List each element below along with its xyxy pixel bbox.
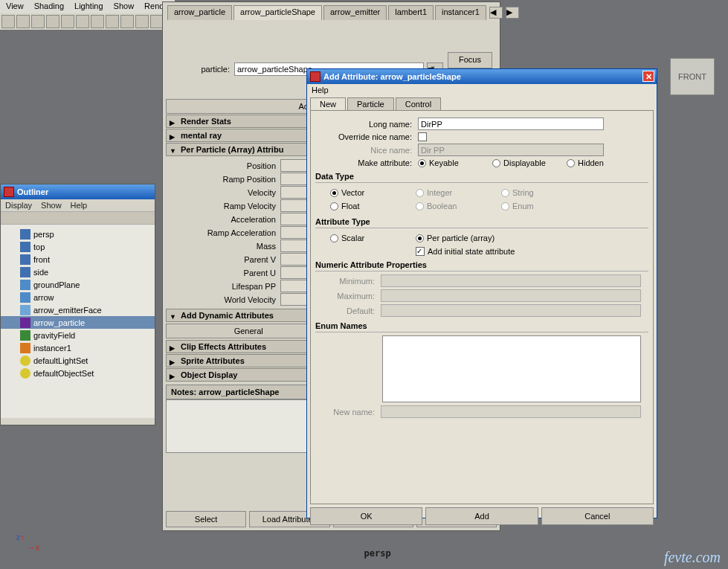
node-icon <box>20 356 30 366</box>
tool-btn[interactable] <box>1 15 15 28</box>
tab-new[interactable]: New <box>310 97 346 110</box>
outliner-item[interactable]: persp <box>1 228 155 240</box>
cancel-button[interactable]: Cancel <box>541 507 654 525</box>
attr-label: Acceleration <box>166 215 276 224</box>
focus-button[interactable]: Focus <box>448 52 492 68</box>
scalar-radio[interactable] <box>330 234 338 242</box>
tab-instancer1[interactable]: instancer1 <box>435 5 486 20</box>
nice-name-label: Nice name: <box>315 146 412 155</box>
chevron-down-icon <box>170 312 178 320</box>
attr-label: Position <box>166 161 276 170</box>
data-type-radio <box>501 202 509 210</box>
outliner-tree[interactable]: persptopfrontsidegroundPlanearrowarrow_e… <box>1 225 155 418</box>
menu-display[interactable]: Display <box>5 201 32 210</box>
long-name-input[interactable] <box>418 118 604 130</box>
chevron-right-icon <box>170 343 178 351</box>
node-icon <box>20 330 30 341</box>
menu-show[interactable]: Show <box>41 201 62 210</box>
outliner-toolbar <box>1 211 155 225</box>
chevron-right-icon <box>170 118 178 126</box>
tab-next-icon[interactable]: ▶ <box>506 7 519 19</box>
outliner-titlebar[interactable]: Outliner <box>1 184 155 199</box>
outliner-item[interactable]: side <box>1 266 155 278</box>
menu-help[interactable]: Help <box>71 201 88 210</box>
outliner-item[interactable]: front <box>1 253 155 266</box>
displayable-radio[interactable] <box>492 159 500 167</box>
data-type-header: Data Type <box>315 172 648 183</box>
tool-btn[interactable] <box>106 15 119 28</box>
menu-show[interactable]: Show <box>114 1 135 12</box>
nice-name-input <box>418 144 604 156</box>
ok-button[interactable]: OK <box>310 507 422 525</box>
tool-btn[interactable] <box>61 15 74 28</box>
add-initial-state-checkbox[interactable] <box>416 247 425 256</box>
override-nice-name-checkbox[interactable] <box>418 132 427 141</box>
add-button[interactable]: Add <box>425 507 538 525</box>
node-icon <box>20 254 30 265</box>
tool-btn[interactable] <box>76 15 89 28</box>
camera-label: persp <box>364 548 391 559</box>
menu-shading[interactable]: Shading <box>34 1 64 12</box>
menu-help[interactable]: Help <box>307 84 657 96</box>
watermark: fevte.com <box>664 549 721 566</box>
override-nice-name-label: Override nice name: <box>315 132 412 141</box>
menu-lighting[interactable]: Lighting <box>74 1 103 12</box>
outliner-item[interactable]: arrow_particle <box>1 316 155 329</box>
outliner-item[interactable]: instancer1 <box>1 341 155 354</box>
node-icon <box>20 229 30 240</box>
close-icon[interactable]: ✕ <box>642 71 654 82</box>
chevron-right-icon <box>170 371 178 379</box>
attr-label: Ramp Position <box>166 175 276 184</box>
axis-indicator: z↑ →x <box>16 532 39 553</box>
menu-view[interactable]: View <box>6 1 24 12</box>
make-attribute-label: Make attribute: <box>315 158 412 167</box>
tab-prev-icon[interactable]: ◀ <box>489 7 503 19</box>
attr-label: Lifespan PP <box>166 282 276 291</box>
data-type-radio <box>416 202 424 210</box>
data-type-radio[interactable] <box>330 202 338 210</box>
enum-names-list[interactable] <box>382 335 641 402</box>
tool-btn[interactable] <box>46 15 59 28</box>
tab-lambert1[interactable]: lambert1 <box>388 5 434 20</box>
dialog-titlebar[interactable]: Add Attribute: arrow_particleShape ✕ <box>307 69 657 84</box>
outliner-item[interactable]: arrow_emitterFace <box>1 303 155 316</box>
node-icon <box>20 318 30 328</box>
tab-control[interactable]: Control <box>396 97 441 110</box>
hidden-radio[interactable] <box>567 159 575 167</box>
long-name-label: Long name: <box>315 120 412 129</box>
outliner-item[interactable]: defaultObjectSet <box>1 367 155 379</box>
tab-particle[interactable]: Particle <box>347 97 394 110</box>
chevron-right-icon <box>170 357 178 365</box>
outliner-item[interactable]: groundPlane <box>1 278 155 291</box>
outliner-item[interactable]: defaultLightSet <box>1 354 155 367</box>
tool-btn[interactable] <box>135 15 149 28</box>
keyable-radio[interactable] <box>418 159 426 167</box>
attr-label: Ramp Acceleration <box>166 228 276 237</box>
attr-label: Ramp Velocity <box>166 202 276 210</box>
node-icon <box>20 267 30 277</box>
new-name-input <box>381 405 641 418</box>
tab-arrow-emitter[interactable]: arrow_emitter <box>323 5 387 20</box>
ae-tab-row: arrow_particle arrow_particleShape arrow… <box>163 2 500 20</box>
outliner-item[interactable]: top <box>1 240 155 253</box>
tab-arrow-particle-shape[interactable]: arrow_particleShape <box>233 5 322 20</box>
tool-btn[interactable] <box>16 15 30 28</box>
default-input <box>381 304 641 317</box>
per-particle-radio[interactable] <box>416 234 424 242</box>
tool-btn[interactable] <box>120 15 134 28</box>
select-button[interactable]: Select <box>166 511 246 527</box>
outliner-window: Outliner Display Show Help persptopfront… <box>0 184 155 425</box>
data-type-radio[interactable] <box>330 189 338 197</box>
node-icon <box>20 343 30 353</box>
chevron-down-icon <box>170 146 178 154</box>
node-icon <box>20 280 30 290</box>
tool-btn[interactable] <box>31 15 45 28</box>
viewport-menubar: View Shading Lighting Show Rende <box>0 0 175 13</box>
outliner-item[interactable]: arrow <box>1 291 155 303</box>
viewcube-icon[interactable]: FRONT <box>670 58 715 95</box>
tab-arrow-particle[interactable]: arrow_particle <box>167 5 232 20</box>
maximum-label: Maximum: <box>315 292 375 300</box>
data-type-radio <box>416 189 424 197</box>
tool-btn[interactable] <box>91 15 104 28</box>
outliner-item[interactable]: gravityField <box>1 329 155 341</box>
